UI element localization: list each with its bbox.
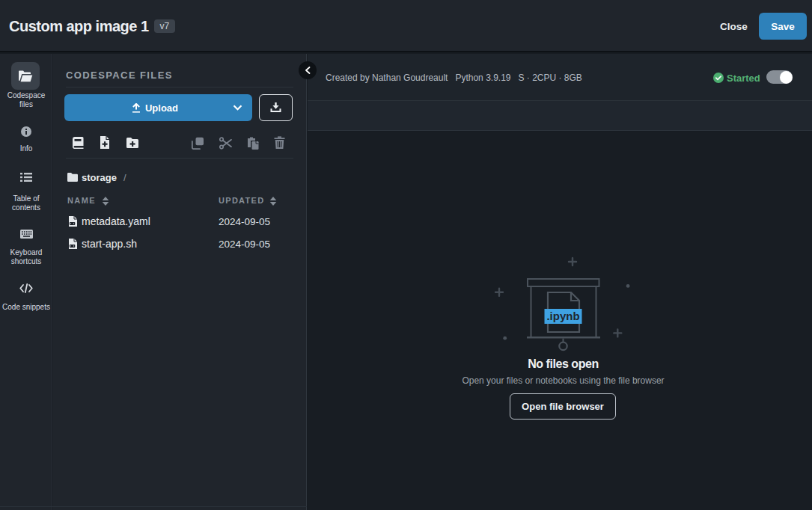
svg-text:.ipynb: .ipynb	[546, 310, 579, 322]
